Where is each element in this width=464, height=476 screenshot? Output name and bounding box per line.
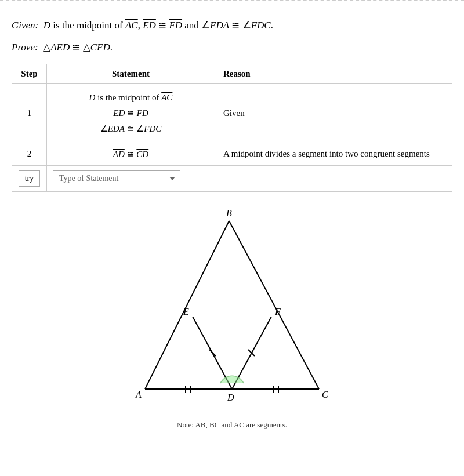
given-text: D is the midpoint of AC, ED ≅ FD and ∠ED… xyxy=(41,20,273,31)
type-of-statement-select[interactable]: Type of Statement xyxy=(53,170,180,186)
try-button[interactable]: try xyxy=(19,170,41,187)
step-2: 2 xyxy=(12,143,47,165)
type-statement-cell: Type of Statement xyxy=(47,165,215,191)
geometry-diagram: B A C D E F xyxy=(128,204,336,412)
svg-line-1 xyxy=(229,221,319,389)
svg-line-5 xyxy=(209,350,216,356)
svg-line-0 xyxy=(145,221,229,389)
header-statement: Statement xyxy=(47,64,215,83)
try-reason-cell xyxy=(215,165,452,191)
svg-line-6 xyxy=(248,350,255,356)
header-reason: Reason xyxy=(215,64,452,83)
step-1: 1 xyxy=(12,83,47,143)
reason-1: Given xyxy=(215,83,452,143)
prove-text: △AED ≅ △CFD. xyxy=(41,42,113,53)
statement-2: AD ≅ CD xyxy=(47,143,215,165)
try-cell: try xyxy=(12,165,47,191)
table-row: 2 AD ≅ CD A midpoint divides a segment i… xyxy=(12,143,452,165)
statement-1: D is the midpoint of AC ED ≅ FD ∠EDA ≅ ∠… xyxy=(47,83,215,143)
label-D: D xyxy=(227,393,234,402)
given-prefix: Given: xyxy=(12,20,38,31)
diagram-container: B A C D E F xyxy=(0,204,464,415)
reason-2: A midpoint divides a segment into two co… xyxy=(215,143,452,165)
prove-prefix: Prove: xyxy=(12,42,38,53)
label-A: A xyxy=(135,390,142,399)
table-row: 1 D is the midpoint of AC ED ≅ FD ∠EDA ≅… xyxy=(12,83,452,143)
try-row: try Type of Statement xyxy=(12,165,452,191)
note-text: Note: AB, BC and AC are segments. xyxy=(0,420,464,430)
label-C: C xyxy=(322,390,328,399)
prove-section: Prove: △AED ≅ △CFD. xyxy=(0,39,464,64)
label-E: E xyxy=(183,307,189,317)
proof-table: Step Statement Reason 1 D is the midpoin… xyxy=(12,64,452,192)
label-F: F xyxy=(274,307,281,317)
label-B: B xyxy=(226,208,232,218)
header-step: Step xyxy=(12,64,47,83)
given-section: Given: D is the midpoint of AC, ED ≅ FD … xyxy=(0,7,464,39)
